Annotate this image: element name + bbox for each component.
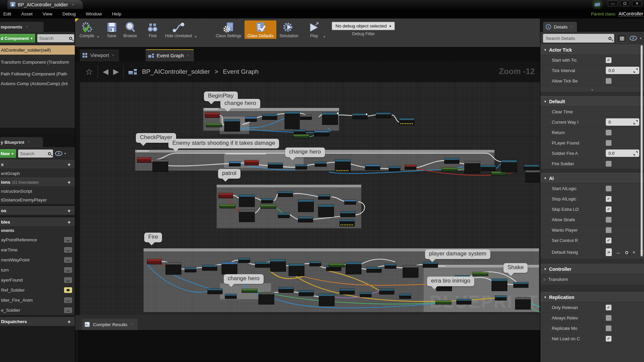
nav-back-icon[interactable]: [103, 67, 108, 76]
checkbox[interactable]: [606, 206, 611, 212]
checkbox[interactable]: [606, 305, 611, 310]
checkbox[interactable]: [606, 140, 611, 146]
checkbox[interactable]: [606, 130, 611, 135]
blueprint-graph-canvas[interactable]: BP_AIController_soldier > Event Graph Zo…: [80, 61, 540, 315]
variable-eye-icon[interactable]: [64, 237, 72, 243]
variables-section-header[interactable]: bles: [0, 218, 75, 227]
close-icon[interactable]: ✕: [26, 25, 29, 28]
tab-viewport[interactable]: Viewport ✕: [80, 49, 119, 61]
visibility-eye-icon[interactable]: [55, 151, 62, 156]
menu-help[interactable]: Help: [112, 11, 121, 16]
comment-player-damage[interactable]: player damage system: [425, 249, 490, 259]
section-ai[interactable]: AI: [540, 173, 644, 183]
comment-enemy-shooting[interactable]: Enemy starts shooting if it takes damage: [168, 139, 279, 148]
comment-patrol[interactable]: patrol: [218, 169, 240, 179]
nav-filter-dropdown[interactable]: [606, 248, 612, 256]
comment-change-hero-1[interactable]: change hero: [220, 99, 260, 109]
find-button[interactable]: Find: [143, 20, 162, 39]
compile-button[interactable]: Compile: [76, 20, 97, 39]
checkbox[interactable]: [606, 78, 611, 84]
add-dispatcher-button[interactable]: [66, 319, 72, 324]
tab-event-graph[interactable]: Event Graph ✕: [146, 49, 194, 61]
details-scrollbar[interactable]: [641, 45, 643, 256]
comment-erra-tiro[interactable]: erra tiro inimigo: [427, 277, 474, 286]
checkbox[interactable]: [606, 325, 611, 331]
checkbox[interactable]: [606, 336, 611, 342]
variable-eye-open-icon[interactable]: [64, 287, 72, 293]
close-icon[interactable]: ✕: [130, 323, 133, 326]
visibility-eye-icon[interactable]: [630, 36, 637, 41]
expand-arrow-icon[interactable]: [544, 278, 546, 281]
tab-compiler-results[interactable]: >_ Compiler Results ✕: [82, 319, 138, 330]
comment-shake[interactable]: Shake: [503, 263, 528, 273]
simulation-button[interactable]: Simulation: [276, 20, 301, 39]
add-icon[interactable]: +: [632, 249, 635, 255]
save-button[interactable]: Save: [103, 20, 120, 39]
breadcrumb-current[interactable]: Event Graph: [223, 68, 259, 75]
add-macro-button[interactable]: [66, 208, 72, 214]
breadcrumb-root[interactable]: BP_AIController_soldier: [142, 68, 210, 75]
maximize-button[interactable]: [620, 1, 630, 6]
hide-unrelated-caret[interactable]: [195, 35, 197, 39]
minimize-button[interactable]: —: [608, 1, 618, 6]
variable-eye-icon[interactable]: [64, 307, 72, 313]
class-settings-button[interactable]: Class Settings: [213, 20, 245, 39]
number-input[interactable]: 0: [606, 118, 639, 126]
number-input[interactable]: 0.0: [606, 67, 639, 74]
menu-asset[interactable]: Asset: [21, 11, 33, 16]
section-replication[interactable]: Replication: [540, 292, 644, 302]
close-tab-icon[interactable]: ✕: [71, 3, 74, 6]
my-blueprint-search-input[interactable]: Search: [18, 149, 53, 158]
close-icon[interactable]: ✕: [570, 25, 573, 28]
checkbox[interactable]: [606, 227, 611, 233]
variable-eye-icon[interactable]: [64, 257, 72, 263]
browse-small-icon[interactable]: [625, 249, 628, 255]
variable-eye-icon[interactable]: [64, 247, 72, 253]
close-button[interactable]: ✕: [632, 1, 642, 6]
close-icon[interactable]: ✕: [112, 54, 114, 57]
component-item-self[interactable]: AIController_soldier(self): [0, 45, 75, 55]
menu-view[interactable]: View: [43, 11, 52, 16]
component-item[interactable]: Transform Component (Transform: [0, 58, 75, 66]
property-matrix-icon[interactable]: [617, 34, 627, 43]
window-document-tab[interactable]: ♟ BP_AIController_soldier ✕: [7, 0, 83, 9]
expand-advanced-button[interactable]: [540, 86, 644, 92]
debug-object-dropdown[interactable]: No debug object selected: [332, 22, 395, 30]
add-function-button[interactable]: [66, 179, 72, 185]
chevron-down-icon[interactable]: ▾: [64, 152, 66, 155]
checkbox[interactable]: [606, 161, 611, 167]
nav-forward-icon[interactable]: [113, 67, 119, 76]
add-graph-button[interactable]: [66, 162, 72, 167]
parent-class-link[interactable]: AIController: [619, 11, 643, 17]
menu-window[interactable]: Window: [86, 11, 102, 16]
chevron-down-icon[interactable]: ▾: [640, 37, 641, 40]
favorite-star-icon[interactable]: [85, 67, 93, 77]
section-default[interactable]: Default: [540, 96, 644, 107]
graphs-section-header[interactable]: s: [0, 160, 75, 169]
tab-details[interactable]: i Details ✕: [543, 22, 577, 32]
menu-debug[interactable]: Debug: [62, 11, 76, 16]
menu-edit[interactable]: Edit: [3, 11, 11, 16]
play-button[interactable]: Play: [305, 20, 323, 39]
checkbox[interactable]: [606, 186, 611, 191]
checkbox[interactable]: [606, 217, 611, 223]
section-actor-tick[interactable]: Actor Tick: [540, 45, 644, 55]
functions-section-header[interactable]: ions (21 Overridable): [0, 178, 75, 187]
checkbox[interactable]: [606, 238, 611, 243]
macros-section-header[interactable]: os: [0, 206, 75, 215]
comment-fire[interactable]: Fire: [144, 233, 162, 242]
checkbox[interactable]: [606, 57, 611, 63]
add-component-button[interactable]: d Component: [0, 34, 35, 43]
variable-eye-icon[interactable]: [64, 297, 72, 303]
hide-unrelated-button[interactable]: Hide Unrelated: [162, 20, 195, 39]
section-controller[interactable]: Controller: [540, 264, 644, 274]
close-icon[interactable]: ✕: [186, 54, 189, 57]
function-item[interactable]: tDistanceEnemyPlayer: [0, 195, 75, 204]
tab-components[interactable]: mponents ✕: [0, 22, 44, 32]
comment-change-hero-2[interactable]: change hero: [285, 147, 325, 157]
components-search-input[interactable]: Search: [37, 34, 74, 42]
checkbox[interactable]: [606, 315, 611, 321]
component-item[interactable]: Actions Comp (ActionsComp) (Inl: [0, 79, 75, 88]
comment-change-hero-3[interactable]: change hero: [224, 274, 264, 284]
dispatchers-section-header[interactable]: Dispatchers: [0, 317, 75, 326]
